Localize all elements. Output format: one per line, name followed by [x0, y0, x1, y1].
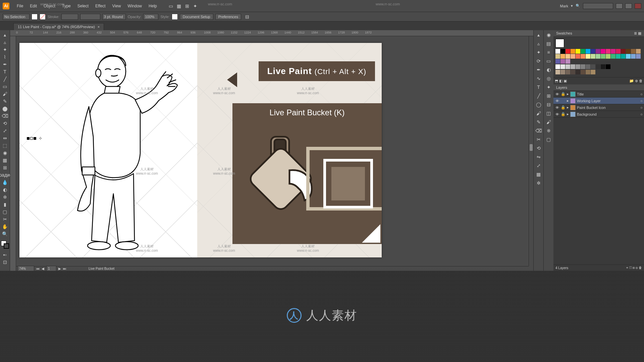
swatch-libraries-icon[interactable]: ⬒	[555, 79, 558, 83]
swatch[interactable]	[566, 64, 570, 69]
ruler-vertical[interactable]	[10, 36, 16, 271]
mesh-tool[interactable]: ⊞	[1, 164, 9, 171]
transform-panel-icon[interactable]: ⊞	[545, 93, 553, 99]
layer-row[interactable]: 👁🔒▸Title○	[553, 91, 644, 98]
swatch[interactable]	[596, 64, 600, 69]
swatch[interactable]	[631, 54, 636, 59]
eraser-tool[interactable]: ⌫	[1, 113, 9, 119]
magic-wand-tool[interactable]: ✦	[1, 46, 9, 53]
swatch[interactable]	[596, 49, 600, 54]
artboard-nav-last-icon[interactable]: ⏭	[63, 267, 66, 270]
blob-brush-tool[interactable]: ⬤	[1, 105, 9, 112]
color-mode-icon[interactable]: ▪▫	[1, 251, 9, 258]
type-tool[interactable]: T	[1, 68, 9, 75]
visibility-icon[interactable]: 👁	[555, 92, 559, 96]
delete-swatch-icon[interactable]: 🗑	[639, 79, 643, 83]
direct2-icon[interactable]: ▵	[535, 40, 543, 47]
close-icon[interactable]: ×	[98, 25, 100, 29]
swatch[interactable]	[581, 49, 585, 54]
swatch[interactable]	[576, 64, 580, 69]
wand2-icon[interactable]: ✦	[535, 49, 543, 56]
swatch[interactable]	[586, 49, 590, 54]
swatch-kind-icon[interactable]: ◧	[559, 79, 562, 83]
zoom-level[interactable]: 74%	[17, 266, 34, 271]
brush2-icon[interactable]: 🖌	[535, 110, 543, 117]
pointer2-icon[interactable]: ▴	[535, 32, 543, 38]
grid2-icon[interactable]: ▦	[535, 171, 543, 178]
shape-builder-tool[interactable]: ◉	[1, 149, 9, 156]
free-transform-tool[interactable]: ⬚	[1, 142, 9, 149]
swatch[interactable]	[581, 54, 585, 59]
pencil-tool[interactable]: ✎	[1, 98, 9, 105]
curvature-icon[interactable]: ∿	[535, 75, 543, 82]
swatch[interactable]	[601, 64, 605, 69]
stroke-panel-icon[interactable]: ≡	[545, 49, 553, 56]
visibility-icon[interactable]: 👁	[555, 112, 559, 116]
swatch[interactable]	[606, 49, 610, 54]
visibility-icon[interactable]: 👁	[555, 99, 559, 103]
swatch[interactable]	[560, 70, 565, 74]
pathfinder-icon[interactable]: ◫	[545, 110, 553, 117]
artboard-nav-first-icon[interactable]: ⏮	[36, 267, 40, 270]
opacity-value[interactable]: 100%	[143, 14, 158, 20]
swatch[interactable]	[616, 49, 621, 54]
delete-layer-icon[interactable]: 🗑	[639, 266, 642, 269]
artboard-nav-prev-icon[interactable]: ◀	[42, 267, 44, 270]
type2-icon[interactable]: T	[535, 84, 543, 90]
swatch[interactable]	[591, 70, 595, 74]
color-panel-icon[interactable]: ◉	[545, 32, 553, 38]
gradient-tool[interactable]: �градиент	[1, 172, 9, 178]
user-label[interactable]: Mark	[560, 4, 568, 8]
selection-indicator[interactable]: No Selection	[3, 14, 30, 20]
swatch[interactable]	[621, 49, 626, 54]
swatch[interactable]	[606, 64, 610, 69]
swatch[interactable]	[576, 70, 580, 74]
eraser2-icon[interactable]: ⌫	[535, 127, 543, 134]
artboards-panel-icon[interactable]: ▢	[545, 136, 553, 143]
swatch[interactable]	[560, 59, 565, 64]
swatch[interactable]	[555, 70, 560, 74]
make-clipping-mask-icon[interactable]: ◫	[629, 266, 632, 269]
new-layer-icon[interactable]: ⊕	[636, 266, 638, 269]
graphic-styles-icon[interactable]: ✦	[545, 84, 553, 90]
swatch[interactable]	[636, 54, 641, 59]
swatch[interactable]	[571, 64, 575, 69]
symbol2-icon[interactable]: ✲	[535, 180, 543, 186]
stroke-profile[interactable]	[80, 14, 100, 20]
stroke-swatch[interactable]	[40, 14, 46, 20]
scale-tool[interactable]: ⤢	[1, 127, 9, 134]
swatch[interactable]	[591, 49, 595, 54]
artboard-index[interactable]: 1	[46, 266, 56, 271]
swatch[interactable]	[586, 54, 590, 59]
swatches-panel-header[interactable]: Swatches ≣ ▦	[553, 30, 644, 37]
menubar-icon-3[interactable]: ⊞	[183, 3, 191, 9]
locate-object-icon[interactable]: ⌖	[626, 266, 628, 269]
menu-effect[interactable]: Effect	[92, 2, 109, 10]
swatch[interactable]	[626, 49, 631, 54]
color-guide-icon[interactable]: ▤	[545, 40, 553, 47]
reflect-icon[interactable]: ⇋	[535, 154, 543, 160]
swatch[interactable]	[611, 54, 615, 59]
window-close-button[interactable]	[635, 3, 641, 9]
brushes-panel-icon[interactable]: 🖌	[545, 119, 553, 125]
search-input[interactable]	[583, 3, 613, 9]
swatch[interactable]	[566, 70, 570, 74]
style-swatch[interactable]	[172, 14, 178, 20]
layer-row[interactable]: 👁🔒▸Paint Bucket Icon○	[553, 104, 644, 111]
eyedropper-tool[interactable]: 💧	[1, 179, 9, 186]
pen2-icon[interactable]: ✒	[535, 66, 543, 73]
ellipse-icon[interactable]: ◯	[535, 101, 543, 108]
swatch[interactable]	[621, 54, 626, 59]
symbol-sprayer-tool[interactable]: ✲	[1, 194, 9, 200]
scrollbar-vertical[interactable]	[529, 36, 533, 266]
swatch[interactable]	[566, 54, 570, 59]
transparency-panel-icon[interactable]: ◐	[545, 66, 553, 73]
swatch[interactable]	[586, 70, 590, 74]
artboard-tool[interactable]: ▢	[1, 208, 9, 215]
swatch[interactable]	[576, 49, 580, 54]
stroke-value[interactable]	[61, 14, 78, 20]
stroke-brush[interactable]: 3 pt. Round	[102, 14, 126, 20]
menu-help[interactable]: Help	[145, 2, 160, 10]
swatch[interactable]	[560, 49, 565, 54]
menu-view[interactable]: View	[109, 2, 124, 10]
